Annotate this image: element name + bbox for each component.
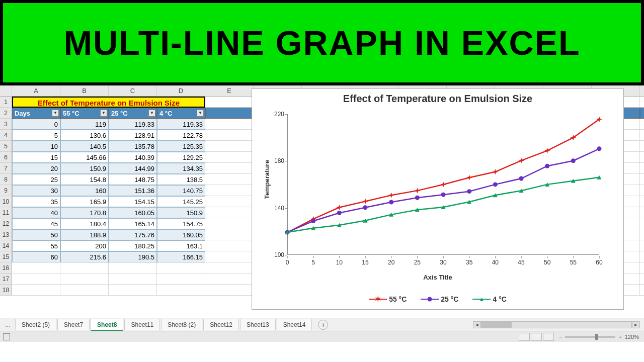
cell[interactable] bbox=[109, 262, 157, 274]
cell[interactable] bbox=[60, 285, 109, 296]
cell[interactable] bbox=[640, 285, 644, 296]
filter-dropdown-icon[interactable]: ▼ bbox=[100, 110, 107, 117]
sheet-tab[interactable]: Sheet14 bbox=[277, 319, 312, 330]
cell[interactable] bbox=[640, 119, 644, 130]
macro-record-icon[interactable] bbox=[3, 333, 10, 340]
data-cell[interactable]: 160 bbox=[60, 185, 109, 196]
cell[interactable] bbox=[205, 229, 254, 240]
data-cell[interactable]: 180.25 bbox=[109, 240, 157, 251]
data-cell[interactable]: 140.75 bbox=[157, 185, 205, 196]
cell[interactable] bbox=[205, 274, 254, 285]
row-header-11[interactable]: 11 bbox=[0, 207, 12, 218]
data-cell[interactable]: 188.9 bbox=[60, 229, 109, 240]
cell[interactable] bbox=[60, 274, 109, 285]
data-cell[interactable]: 35 bbox=[12, 196, 60, 207]
table-header-cell[interactable]: 55 °C▼ bbox=[60, 108, 109, 119]
cell[interactable] bbox=[157, 274, 205, 285]
row-header-4[interactable]: 4 bbox=[0, 130, 12, 141]
cell[interactable] bbox=[640, 163, 644, 174]
cell[interactable] bbox=[205, 174, 254, 185]
page-break-view-button[interactable] bbox=[543, 333, 554, 341]
cell[interactable] bbox=[640, 174, 644, 185]
col-header-E[interactable]: E bbox=[205, 85, 254, 97]
data-cell[interactable]: 40 bbox=[12, 207, 60, 218]
row-header-10[interactable]: 10 bbox=[0, 196, 12, 207]
table-header-cell[interactable]: 25 °C▼ bbox=[109, 108, 157, 119]
data-cell[interactable]: 125.35 bbox=[157, 141, 205, 152]
data-cell[interactable]: 130.6 bbox=[60, 130, 109, 141]
table-header-cell[interactable]: 4 °C▼ bbox=[157, 108, 205, 119]
scroll-right-button[interactable]: ► bbox=[632, 321, 640, 328]
cell[interactable] bbox=[109, 274, 157, 285]
sheet-tab[interactable]: Sheet11 bbox=[124, 319, 160, 330]
sheet-tab[interactable]: Sheet7 bbox=[57, 319, 90, 330]
cell[interactable] bbox=[640, 218, 644, 229]
cell[interactable] bbox=[205, 141, 254, 152]
cell[interactable] bbox=[60, 262, 109, 274]
sheet-tab[interactable]: Sheet8 (2) bbox=[161, 319, 202, 330]
data-cell[interactable]: 170.8 bbox=[60, 207, 109, 218]
scroll-left-button[interactable]: ◄ bbox=[473, 321, 481, 328]
cell[interactable] bbox=[640, 141, 644, 152]
scrollbar-thumb[interactable] bbox=[481, 322, 512, 328]
cell[interactable] bbox=[205, 119, 254, 130]
cell[interactable] bbox=[640, 108, 644, 119]
sheet-tab[interactable]: Sheet13 bbox=[240, 319, 276, 330]
data-cell[interactable]: 138.5 bbox=[157, 174, 205, 185]
data-cell[interactable]: 145.66 bbox=[60, 152, 109, 163]
page-layout-view-button[interactable] bbox=[531, 333, 542, 341]
cell[interactable] bbox=[157, 262, 205, 274]
cell[interactable] bbox=[640, 251, 644, 262]
cell[interactable] bbox=[205, 97, 254, 108]
data-cell[interactable]: 154.15 bbox=[109, 196, 157, 207]
data-cell[interactable]: 190.5 bbox=[109, 251, 157, 262]
data-cell[interactable]: 140.39 bbox=[109, 152, 157, 163]
cell[interactable] bbox=[205, 218, 254, 229]
cell[interactable] bbox=[205, 262, 254, 274]
data-cell[interactable]: 150.9 bbox=[157, 207, 205, 218]
row-header-7[interactable]: 7 bbox=[0, 163, 12, 174]
data-cell[interactable]: 10 bbox=[12, 141, 60, 152]
row-header-5[interactable]: 5 bbox=[0, 141, 12, 152]
filter-dropdown-icon[interactable]: ▼ bbox=[52, 110, 59, 117]
tab-nav-dots[interactable]: ... bbox=[0, 321, 15, 328]
cell[interactable] bbox=[640, 274, 644, 285]
data-cell[interactable]: 25 bbox=[12, 174, 60, 185]
cell[interactable] bbox=[640, 196, 644, 207]
cell[interactable] bbox=[205, 108, 254, 119]
data-cell[interactable]: 122.78 bbox=[157, 130, 205, 141]
cell[interactable] bbox=[640, 262, 644, 274]
row-header-12[interactable]: 12 bbox=[0, 218, 12, 229]
data-cell[interactable]: 144.99 bbox=[109, 163, 157, 174]
filter-dropdown-icon[interactable]: ▼ bbox=[148, 110, 155, 117]
sheet-tab[interactable]: Sheet12 bbox=[203, 319, 239, 330]
col-header-B[interactable]: B bbox=[60, 85, 109, 97]
data-cell[interactable]: 50 bbox=[12, 229, 60, 240]
row-header-6[interactable]: 6 bbox=[0, 152, 12, 163]
data-cell[interactable]: 45 bbox=[12, 218, 60, 229]
zoom-in-button[interactable]: + bbox=[618, 334, 621, 340]
row-header-3[interactable]: 3 bbox=[0, 119, 12, 130]
cell[interactable] bbox=[12, 285, 60, 296]
zoom-value[interactable]: 120% bbox=[625, 334, 639, 340]
data-cell[interactable]: 165.9 bbox=[60, 196, 109, 207]
data-cell[interactable]: 129.25 bbox=[157, 152, 205, 163]
data-cell[interactable]: 135.78 bbox=[109, 141, 157, 152]
cell[interactable] bbox=[205, 196, 254, 207]
sheet-tab[interactable]: Sheet8 bbox=[91, 319, 123, 331]
data-cell[interactable]: 20 bbox=[12, 163, 60, 174]
data-cell[interactable]: 151.36 bbox=[109, 185, 157, 196]
normal-view-button[interactable] bbox=[519, 333, 530, 341]
col-header-N[interactable]: N bbox=[640, 85, 644, 97]
cell[interactable] bbox=[205, 130, 254, 141]
row-header-15[interactable]: 15 bbox=[0, 251, 12, 262]
data-cell[interactable]: 148.75 bbox=[109, 174, 157, 185]
cell[interactable] bbox=[205, 207, 254, 218]
data-cell[interactable]: 215.6 bbox=[60, 251, 109, 262]
data-cell[interactable]: 119.33 bbox=[157, 119, 205, 130]
cell[interactable] bbox=[12, 262, 60, 274]
data-cell[interactable]: 160.05 bbox=[109, 207, 157, 218]
cell[interactable] bbox=[205, 163, 254, 174]
cell[interactable] bbox=[205, 240, 254, 251]
data-cell[interactable]: 134.35 bbox=[157, 163, 205, 174]
